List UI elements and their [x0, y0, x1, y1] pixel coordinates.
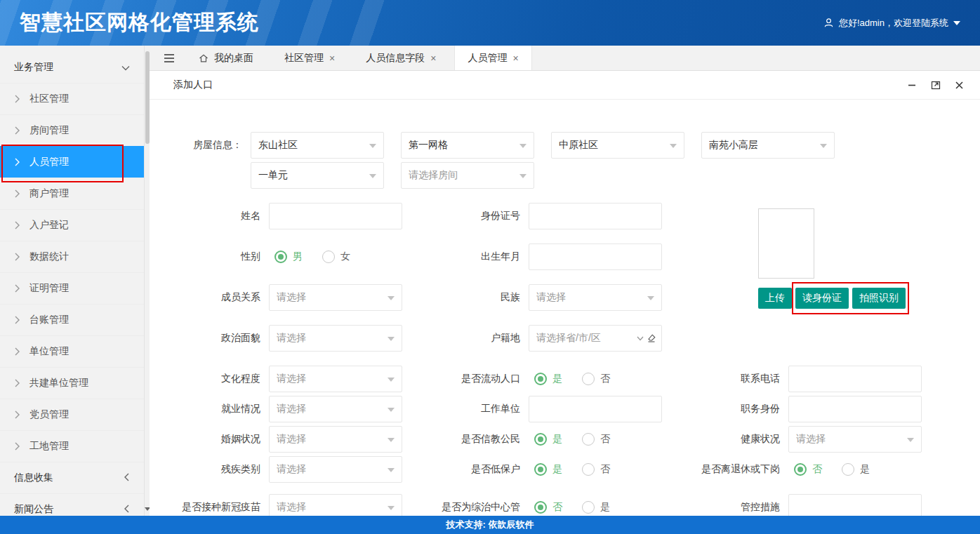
gender-female-radio[interactable]: 女 [322, 251, 350, 263]
sidebar-item-room[interactable]: 房间管理 [0, 114, 144, 146]
disability-label: 残疾类别 [164, 463, 269, 476]
app-window: 智慧社区网格化管理系统 您好!admin，欢迎登陆系统 业务管理 社区管理 房间… [0, 0, 980, 534]
close-tab-icon[interactable]: × [512, 53, 518, 63]
sub-community-select[interactable]: 中原社区 [551, 132, 684, 159]
ethnic-select[interactable]: 请选择 [529, 284, 662, 311]
grid-select[interactable]: 第一网格 [401, 132, 534, 159]
sidebar-item-merchant[interactable]: 商户管理 [0, 178, 144, 209]
sidebar-item-unit[interactable]: 单位管理 [0, 335, 144, 367]
religion-no-radio[interactable]: 否 [582, 433, 610, 446]
panel-header: 添加人口 [150, 71, 980, 100]
sidebar-item-community[interactable]: 社区管理 [0, 83, 144, 114]
capture-recognize-button[interactable]: 拍照识别 [852, 288, 906, 309]
religion-radio-group: 是 否 [529, 433, 662, 446]
sidebar-group-info-collect[interactable]: 信息收集 [0, 462, 144, 493]
community-select[interactable]: 东山社区 [251, 132, 384, 159]
name-label: 姓名 [164, 210, 269, 222]
collapse-sidebar-icon[interactable] [158, 46, 180, 70]
floating-radio-group: 是 否 [529, 373, 662, 385]
app-header: 智慧社区网格化管理系统 您好!admin，欢迎登陆系统 [0, 0, 980, 46]
sidebar-item-worksite[interactable]: 工地管理 [0, 430, 144, 462]
health-select[interactable]: 请选择 [788, 426, 922, 453]
sidebar-item-data-stats[interactable]: 数据统计 [0, 241, 144, 272]
sidebar-item-joint-unit[interactable]: 共建单位管理 [0, 367, 144, 399]
birth-input[interactable] [529, 243, 662, 270]
relation-select[interactable]: 请选择 [269, 284, 402, 311]
gender-male-radio[interactable]: 男 [274, 251, 303, 263]
workunit-input[interactable] [529, 396, 662, 422]
unit-select[interactable]: 一单元 [251, 162, 384, 189]
sidebar-item-person[interactable]: 人员管理 [0, 146, 144, 178]
retire-yes-radio[interactable]: 是 [842, 463, 870, 476]
scroll-down-arrow-icon[interactable] [145, 507, 150, 514]
retire-radio-group: 否 是 [788, 463, 922, 476]
close-icon[interactable] [954, 80, 965, 91]
birth-label: 出生年月 [402, 251, 529, 263]
employment-label: 就业情况 [164, 403, 269, 415]
maximize-icon[interactable] [930, 79, 941, 91]
tab-person-mgmt[interactable]: 人员管理 × [454, 46, 531, 70]
disability-select[interactable]: 请选择 [269, 456, 402, 483]
phone-input[interactable] [788, 366, 922, 392]
phone-label: 联系电话 [662, 373, 788, 385]
radio-unchecked-icon [582, 501, 595, 514]
chevron-down-icon [519, 174, 527, 178]
sidebar-group-business[interactable]: 业务管理 [0, 51, 144, 83]
duty-input[interactable] [788, 396, 922, 422]
measures-input[interactable] [788, 494, 922, 516]
employment-select[interactable]: 请选择 [269, 396, 402, 422]
photo-placeholder[interactable] [758, 208, 814, 279]
zongzhi-no-radio[interactable]: 否 [534, 501, 562, 514]
tab-community-mgmt[interactable]: 社区管理 × [272, 46, 347, 70]
lowincome-radio-group: 是 否 [529, 463, 662, 476]
close-tab-icon[interactable]: × [430, 53, 436, 63]
religion-yes-radio[interactable]: 是 [534, 433, 562, 446]
chevron-right-icon [14, 158, 20, 166]
relation-label: 成员关系 [164, 291, 269, 304]
add-person-form: 房屋信息： 东山社区 第一网格 中原社区 南苑小高层 [150, 100, 980, 516]
chevron-down-icon [953, 21, 960, 29]
sidebar-item-certificate[interactable]: 证明管理 [0, 272, 144, 304]
religion-label: 是否信教公民 [402, 433, 529, 446]
close-tab-icon[interactable]: × [329, 53, 335, 63]
house-info-label: 房屋信息： [164, 139, 251, 152]
zongzhi-yes-radio[interactable]: 是 [582, 501, 610, 514]
lowincome-no-radio[interactable]: 否 [582, 463, 610, 476]
radio-unchecked-icon [842, 463, 854, 476]
floating-no-radio[interactable]: 否 [582, 373, 610, 385]
census-select[interactable]: 请选择省/市/区 [529, 325, 662, 352]
sidebar-item-ledger[interactable]: 台账管理 [0, 304, 144, 335]
floating-yes-radio[interactable]: 是 [534, 373, 562, 385]
sidebar-scrollbar[interactable] [144, 46, 150, 516]
chevron-right-icon [14, 410, 20, 419]
duty-label: 职务身份 [662, 403, 788, 415]
sidebar-item-party-member[interactable]: 党员管理 [0, 399, 144, 430]
chevron-down-icon [388, 296, 395, 300]
building-select[interactable]: 南苑小高层 [701, 132, 835, 159]
idcard-input[interactable] [529, 203, 662, 229]
upload-button[interactable]: 上传 [758, 288, 792, 309]
chevron-right-icon [14, 126, 20, 135]
name-input[interactable] [269, 203, 402, 229]
chevron-down-icon [388, 438, 395, 442]
chevron-down-icon [388, 337, 395, 341]
tab-my-desktop[interactable]: 我的桌面 [186, 46, 266, 70]
marriage-label: 婚姻状况 [164, 433, 269, 446]
marriage-select[interactable]: 请选择 [269, 426, 402, 453]
lowincome-yes-radio[interactable]: 是 [534, 463, 562, 476]
sidebar-item-household-register[interactable]: 入户登记 [0, 209, 144, 241]
tab-person-info-fields[interactable]: 人员信息字段 × [353, 46, 449, 70]
room-select[interactable]: 请选择房间 [401, 162, 534, 189]
chevron-down-icon [388, 506, 395, 510]
vaccine-select[interactable]: 请选择 [269, 494, 402, 516]
clear-eraser-icon[interactable] [647, 333, 656, 343]
chevron-left-icon [124, 472, 130, 483]
minimize-icon[interactable] [906, 79, 918, 91]
app-title: 智慧社区网格化管理系统 [0, 8, 259, 37]
read-idcard-button[interactable]: 读身份证 [795, 288, 849, 309]
user-menu[interactable]: 您好!admin，欢迎登陆系统 [823, 17, 980, 29]
sidebar-group-news[interactable]: 新闻公告 [0, 493, 144, 516]
politics-select[interactable]: 请选择 [269, 325, 402, 352]
education-select[interactable]: 请选择 [269, 366, 402, 392]
retire-no-radio[interactable]: 否 [794, 463, 822, 476]
